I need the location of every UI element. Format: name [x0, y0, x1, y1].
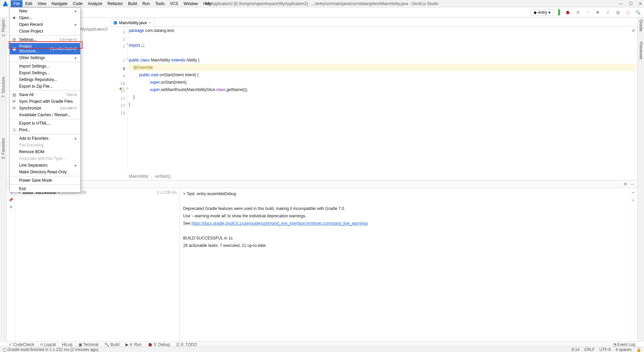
right-tool-rail: Gradle Previewer: [637, 17, 644, 342]
tool-debug[interactable]: 🐞 5: Debug: [148, 342, 170, 347]
fold-start-icon-2[interactable]: ⊖: [126, 86, 128, 91]
close-tab-button[interactable]: ×: [149, 20, 151, 25]
file-menu-item[interactable]: Open Recent: [10, 21, 80, 28]
out-line: Use '--warning-mode all' to show the ind…: [183, 214, 306, 218]
code-kw: package: [129, 28, 144, 33]
menu-tools[interactable]: Tools: [153, 0, 167, 7]
file-menu-item[interactable]: Make Directory Read-Only: [10, 169, 80, 175]
menu-code[interactable]: Code: [70, 0, 85, 7]
module-icon: ◆: [534, 10, 537, 15]
menu-navigate[interactable]: Navigate: [49, 0, 70, 7]
tool-build[interactable]: 🔨 Build: [104, 342, 119, 347]
menu-edit[interactable]: Edit: [22, 0, 35, 7]
pin-icon[interactable]: 📌: [8, 197, 13, 202]
tool-run[interactable]: ▶ 4: Run: [125, 342, 142, 347]
debug-button[interactable]: 🐞: [565, 10, 570, 15]
crumb-method[interactable]: onStart(): [155, 174, 171, 179]
file-menu-item[interactable]: Export to Zip File...: [10, 83, 80, 90]
tool-codecheck[interactable]: ✓ CodeCheck: [9, 342, 34, 347]
tool-favorites[interactable]: 2: Favorites: [1, 138, 6, 159]
caret-position[interactable]: 8:14: [572, 347, 579, 352]
file-menu-item[interactable]: Power Save Mode: [10, 177, 80, 184]
tool-eventlog[interactable]: ◔ Event Log: [613, 342, 635, 347]
app-icon: [3, 1, 8, 6]
menu-build[interactable]: Build: [125, 0, 140, 7]
file-menu-item[interactable]: ▤Save AllCtrl+S: [10, 91, 80, 98]
code-folded[interactable]: ...: [141, 43, 145, 48]
tool-terminal[interactable]: ▣ Terminal: [78, 342, 98, 347]
menu-refactor[interactable]: Refactor: [105, 0, 125, 7]
build-tree[interactable]: Build: successful at 2021/1/9 0:06 1 s 2…: [15, 188, 180, 342]
file-menu-item[interactable]: Settings Repository...: [10, 76, 80, 83]
soft-wrap-icon[interactable]: ↩: [632, 190, 635, 195]
line-separator[interactable]: CRLF: [584, 347, 595, 352]
editor-breadcrumb: MainAbility › onStart(): [129, 174, 171, 179]
tool-logcat[interactable]: ≡ Logcat: [40, 342, 56, 347]
build-output-toolbar: ↩ ⤓: [629, 188, 637, 342]
tool-hilog[interactable]: HiLog: [62, 342, 72, 347]
file-menu-item[interactable]: Line Separators: [10, 162, 80, 169]
indent-setting[interactable]: 4 spaces: [615, 347, 632, 352]
run-button[interactable]: [558, 10, 560, 15]
menu-window[interactable]: Window: [181, 0, 201, 7]
eye-icon[interactable]: 👁: [9, 205, 13, 210]
code-editor[interactable]: package com.datang.test; import ... publ…: [129, 27, 637, 171]
file-menu-item[interactable]: Invalidate Caches / Restart...: [10, 112, 80, 118]
file-menu-item[interactable]: Export to HTML...: [10, 120, 80, 127]
menu-vcs[interactable]: VCS: [167, 0, 181, 7]
code-kw: import: [129, 43, 141, 48]
file-menu-item[interactable]: ⟳SynchronizeCtrl+Alt+Y: [10, 105, 80, 112]
file-menu-item[interactable]: Add to Favorites: [10, 135, 80, 142]
menu-analyze[interactable]: Analyze: [85, 0, 105, 7]
file-menu-item[interactable]: ■Open...: [10, 14, 80, 21]
fold-toggle-icon[interactable]: ⊕: [126, 42, 128, 46]
code-kw: super: [150, 80, 160, 85]
override-gutter-icon[interactable]: ◉↑: [119, 86, 124, 91]
stop-button[interactable]: ■: [605, 10, 610, 15]
doc-link[interactable]: https://docs.gradle.org/6.6.1/userguide/…: [192, 221, 368, 226]
tool-previewer[interactable]: Previewer: [639, 42, 643, 59]
tool-structure[interactable]: 7: Structure: [1, 77, 6, 98]
menu-file[interactable]: File: [11, 0, 22, 7]
file-menu-item[interactable]: Remove BOM: [10, 148, 80, 155]
menu-view[interactable]: View: [35, 0, 49, 7]
menu-run[interactable]: Run: [140, 0, 153, 7]
tool-gradle[interactable]: Gradle: [639, 19, 643, 32]
minimize-panel-button[interactable]: —: [631, 182, 635, 186]
file-menu-item[interactable]: New: [10, 8, 80, 14]
file-menu-item[interactable]: Close Project: [10, 28, 80, 35]
inspection-ok-icon[interactable]: ✔: [632, 28, 635, 33]
file-menu-item[interactable]: ▣Project Structure...Ctrl+Alt+Shift+D: [10, 43, 80, 54]
fold-start-icon[interactable]: ⊖: [126, 56, 128, 61]
file-menu-item[interactable]: ⟳Sync Project with Gradle Files: [10, 98, 80, 105]
run-config-selector[interactable]: ◆ entry ▾: [531, 9, 553, 16]
profile-button[interactable]: ◠: [585, 10, 590, 15]
build-duration: 1 s 226 ms: [157, 190, 177, 195]
file-menu-item[interactable]: Export Settings...: [10, 70, 80, 76]
search-everywhere-button[interactable]: 🔍: [635, 10, 641, 15]
build-output[interactable]: > Task :entry:assembleDebug Deprecated G…: [180, 188, 629, 342]
file-menu-item[interactable]: ⎙Print...: [10, 127, 80, 133]
file-menu-item[interactable]: ⚙Settings...Ctrl+Alt+S: [10, 36, 80, 43]
file-menu-item[interactable]: Import Settings...: [10, 63, 80, 70]
file-menu-item[interactable]: Other Settings: [10, 54, 80, 61]
code-text: com.datang.test;: [144, 28, 175, 33]
crumb-class[interactable]: MainAbility: [129, 174, 148, 179]
editor-tab-mainability[interactable]: MainAbility.java ×: [111, 19, 154, 27]
tool-project[interactable]: 1: Project: [1, 19, 6, 37]
scroll-end-icon[interactable]: ⤓: [632, 197, 635, 202]
coverage-button[interactable]: ◔: [575, 10, 580, 15]
status-message: ▢ Gradle build finished in 1 s 232 ms (2…: [3, 347, 98, 352]
gear-icon[interactable]: ⚙: [624, 182, 627, 186]
lock-icon[interactable]: 🔒: [636, 347, 641, 352]
attach-button[interactable]: ✱: [595, 10, 600, 15]
close-button[interactable]: ✕: [639, 1, 642, 6]
code-text: .setMainRoute(MainAbilitySlice.: [160, 87, 216, 92]
maximize-button[interactable]: ☐: [629, 1, 633, 6]
layout-button[interactable]: ▥: [615, 10, 621, 15]
tool-todo[interactable]: ☑ 6: TODO: [176, 342, 197, 347]
file-encoding[interactable]: UTF-8: [599, 347, 611, 352]
minimize-button[interactable]: —: [619, 1, 623, 6]
file-menu-item[interactable]: Exit: [10, 185, 80, 192]
device-button[interactable]: ▢: [625, 10, 631, 15]
